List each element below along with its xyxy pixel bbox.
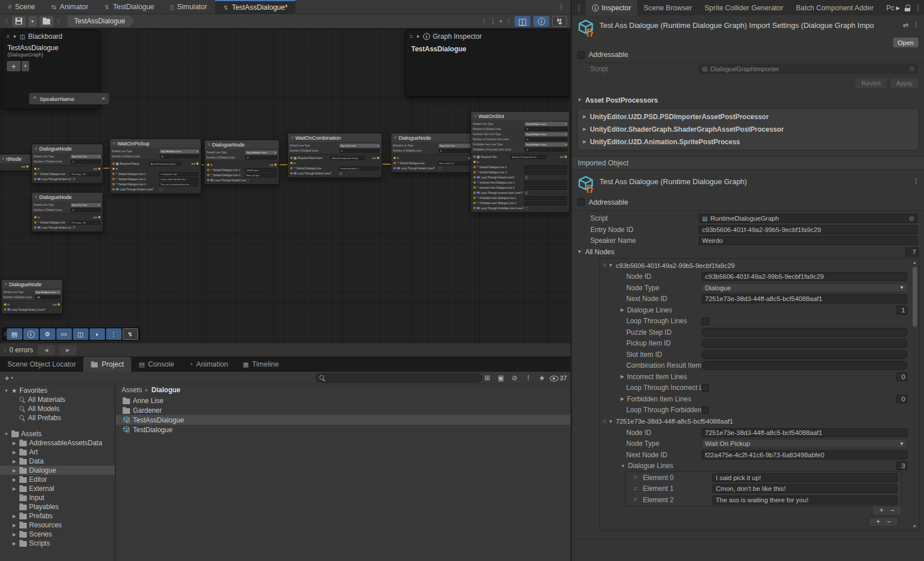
editor-tab-simulator[interactable]: ▯Simulator	[162, 0, 215, 14]
bottom-tab-scene-object-locator[interactable]: Scene Object Locator	[0, 357, 83, 372]
node-title[interactable]: ≡DialogueNode	[32, 144, 103, 153]
foldout-arrow-icon[interactable]: ▼	[609, 263, 613, 268]
drag-handle-icon[interactable]: =	[634, 486, 643, 492]
tree-item-playables[interactable]: Playables	[0, 502, 115, 511]
text-field[interactable]	[702, 328, 907, 337]
node-number-field[interactable]: 2	[245, 156, 277, 160]
node-checkbox[interactable]	[71, 178, 74, 181]
data-port[interactable]	[34, 173, 37, 175]
node-number-field[interactable]: 3	[160, 155, 199, 158]
out-port[interactable]	[26, 165, 29, 168]
node-dropdown[interactable]: Say One Line▾	[71, 203, 101, 207]
data-port[interactable]	[207, 174, 209, 176]
data-port[interactable]	[207, 169, 209, 171]
editor-tab-animator[interactable]: ⇆Animator	[43, 0, 96, 14]
bottom-tab-project[interactable]: Project	[83, 357, 131, 372]
node-text-field[interactable]: Nice, that's it!	[437, 161, 475, 165]
out-port[interactable]	[377, 157, 379, 159]
data-port[interactable]	[4, 308, 6, 311]
toolbar-drag-handle[interactable]: ‖	[4, 331, 6, 338]
postprocessor-item[interactable]: ▶ UnityEditor.U2D.Animation.SpritePostPr…	[583, 136, 913, 148]
node-title[interactable]: ≡WaitOnCombination	[288, 133, 382, 142]
search-by-type-button[interactable]: ⊞	[481, 374, 493, 382]
tab-scroll-arrow[interactable]: ▶	[896, 5, 900, 11]
node-dropdown[interactable]: Say One Line▾	[71, 155, 101, 158]
foldout-arrow-icon[interactable]: ▶	[621, 396, 624, 401]
apply-button[interactable]: Apply	[890, 79, 918, 88]
foldout-arrow-icon[interactable]: ▶	[621, 374, 624, 379]
drag-handle-icon[interactable]: =	[6, 34, 10, 40]
data-port[interactable]	[473, 192, 476, 194]
editor-tab-testassdialogue-[interactable]: ↯TestAssDialogue*	[215, 0, 295, 14]
node-text-field[interactable]	[524, 186, 567, 190]
checkbox[interactable]	[702, 384, 709, 392]
graph-inspector-panel[interactable]: = ▼ i Graph Inspector TestAssDialogue	[405, 30, 570, 97]
presets-icon[interactable]: ⇌	[903, 21, 909, 29]
node-text-field[interactable]	[524, 165, 567, 169]
foldout-arrow-icon[interactable]: ▶	[583, 127, 586, 132]
drag-handle-icon[interactable]: =	[634, 497, 643, 503]
all-nodes-header[interactable]: ▼ All Nodes 7	[572, 246, 924, 258]
checkbox[interactable]	[702, 406, 709, 414]
open-button[interactable]: Open	[893, 38, 918, 47]
collapse-arrow-icon[interactable]: ▼	[416, 34, 420, 39]
lock-icon[interactable]	[905, 5, 910, 11]
tree-item-input[interactable]: Input	[0, 493, 115, 502]
node-title[interactable]: ≡DialogueNode	[391, 133, 477, 142]
data-port[interactable]	[112, 162, 115, 165]
data-port[interactable]	[112, 178, 115, 180]
tree-item-dialogue[interactable]: ▶Dialogue	[0, 466, 115, 475]
node-number-field[interactable]: 2	[525, 148, 568, 152]
node-number-field[interactable]: 2	[525, 137, 568, 141]
node-title[interactable]: ≡DialogueNode	[32, 193, 103, 201]
save-search-button[interactable]: ★	[536, 374, 548, 382]
revert-button[interactable]: Revert	[856, 79, 886, 88]
text-field[interactable]: c93b5606-401f-49a2-99b5-9ecbf1fa9c29	[699, 225, 918, 234]
node-number-field[interactable]: -55	[35, 295, 60, 299]
tree-item-external[interactable]: ▶External	[0, 484, 115, 493]
breadcrumb-root[interactable]: Assets	[121, 386, 142, 394]
tree-item-editor[interactable]: ▶Editor	[0, 475, 115, 484]
data-port[interactable]	[207, 179, 209, 181]
tree-item-addressableassetsdata[interactable]: ▶AddressableAssetsData	[0, 438, 115, 448]
out-port[interactable]	[274, 164, 277, 166]
blackboard-variable-speakername[interactable]: “ SpeakerName <	[29, 93, 109, 104]
node-text-field[interactable]: Meat (Pickup Item Data)	[330, 156, 364, 160]
text-field[interactable]: 7251e73e-38d3-44ff-a8c5-bcf54088aaf1	[702, 428, 907, 437]
object-reference-field[interactable]: ▤RuntimeDialogueGraph⊙	[699, 214, 918, 223]
text-field[interactable]: 7251e73e-38d3-44ff-a8c5-bcf54088aaf1	[702, 294, 907, 303]
graph-node-waitonslot[interactable]: ≡WaitOnSlot Default Line Type Say Multip…	[471, 111, 570, 213]
blackboard-header[interactable]: = ▼ ◫ Blackboard	[2, 30, 100, 43]
node-text-field[interactable]	[524, 170, 567, 174]
foldout-arrow-icon[interactable]: ▼	[577, 97, 582, 103]
tree-item-scripts[interactable]: ▶Scripts	[0, 539, 115, 548]
toolbar-drag-handle[interactable]: ‖	[3, 18, 10, 25]
node-title[interactable]: ≡WaitOnPickup	[110, 139, 201, 148]
node-number-field[interactable]: 1	[71, 160, 101, 164]
data-port[interactable]	[34, 221, 37, 223]
graph-node-dialoguenode[interactable]: ≡DialogueNode Default Line Type Say Mult…	[1, 279, 63, 314]
save-dropdown-button[interactable]: ▼	[29, 16, 37, 27]
asset-anne-lise[interactable]: Anne Lise	[116, 396, 570, 405]
graph-node-dialoguenode[interactable]: ≡DialogueNode Default Line Type Say One …	[31, 192, 103, 232]
foldout-arrow-icon[interactable]: ▶	[583, 139, 586, 144]
data-port[interactable]	[394, 162, 396, 164]
array-size-field[interactable]: 1	[896, 306, 907, 315]
text-field[interactable]	[702, 350, 907, 359]
toolbar-kebab-icon[interactable]: ⋮	[490, 18, 496, 25]
in-port[interactable]	[34, 168, 37, 170]
node-checkbox[interactable]: ✓	[35, 308, 38, 311]
node-dropdown[interactable]: Say Multiple Lines▾	[160, 149, 199, 153]
out-port[interactable]	[98, 168, 100, 170]
drag-handle-icon[interactable]: =	[603, 262, 606, 269]
drag-handle[interactable]: ‖	[3, 347, 5, 353]
text-field[interactable]: c93b5606-401f-49a2-99b5-9ecbf1fa9c29	[702, 272, 907, 281]
toolbar-kebab-caret[interactable]: ▼	[499, 19, 503, 23]
checkbox[interactable]	[702, 318, 709, 325]
blackboard-toolbar-button[interactable]: ◫	[73, 328, 88, 340]
in-port[interactable]	[394, 157, 396, 159]
text-field[interactable]	[702, 361, 907, 370]
foldout-arrow-icon[interactable]: ▼	[621, 464, 625, 469]
tree-item-prefabs[interactable]: ▶Prefabs	[0, 511, 115, 521]
addressable-checkbox[interactable]	[577, 51, 585, 59]
